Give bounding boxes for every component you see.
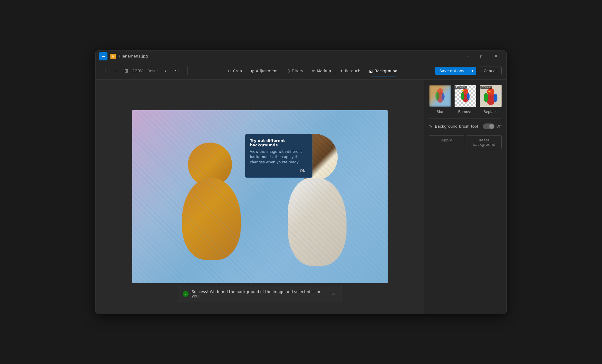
background-icon: ⬕ [369,69,373,73]
background-label: Background [375,69,398,73]
svg-point-12 [484,93,488,102]
tool-adjustment[interactable]: ◐ Adjustment [247,67,282,75]
app-icon: 🖼 [110,54,116,59]
success-icon: ✓ [183,291,189,297]
svg-point-13 [493,94,497,102]
toggle-label: Off [496,124,502,128]
toolbar-actions: Save options ▾ Cancel [435,67,502,75]
poodle-body [182,178,241,260]
tool-background[interactable]: ⬕ Background [365,67,401,75]
toast-message: Success! We found the background of the … [192,289,327,298]
svg-point-7 [467,93,470,100]
blur-thumbnail [429,84,452,107]
replace-option[interactable]: Preview Replace [479,84,502,114]
back-button[interactable]: ← [99,52,107,60]
replace-thumbnail: Preview [479,84,502,107]
main-content: Try out different backgrounds View the i… [96,80,506,314]
success-toast: ✓ Success! We found the background of th… [178,286,342,302]
remove-thumbnail: Preview [454,84,477,107]
window-controls: ─ □ ✕ [461,52,503,61]
blur-option[interactable]: Blur [429,84,452,114]
toggle-track[interactable] [483,123,495,129]
crop-icon: ⊡ [228,69,231,73]
brush-section: ✎ Background brush tool Off Apply Reset … [424,119,506,154]
maximize-button[interactable]: □ [475,52,489,61]
app-window: ← 🖼 Filename01.jpg ─ □ ✕ + − [95,50,507,314]
brush-icon: ✎ [429,124,433,129]
retouch-icon: ✦ [340,69,343,73]
corgi-body [288,178,347,266]
reset-button[interactable]: Reset [145,67,160,74]
toggle-thumb [489,124,494,129]
remove-option[interactable]: Preview Remove [454,84,477,114]
toolbar: + − ⊞ 120% Reset ↩ ↪ ⊡ Crop ◐ [96,62,506,80]
close-button[interactable]: ✕ [489,52,503,61]
svg-point-6 [461,92,464,100]
right-panel: Blur Pre [424,80,506,314]
adjustment-label: Adjustment [256,69,278,73]
tool-crop[interactable]: ⊡ Crop [224,67,246,75]
brush-toggle[interactable]: Off [483,123,502,129]
parrot-blur-svg [434,87,446,105]
remove-preview-badge: Preview [455,86,467,89]
blur-label: Blur [436,110,443,114]
save-options-button[interactable]: Save options ▾ [435,67,476,75]
retouch-label: Retouch [345,69,360,73]
remove-label: Remove [458,110,472,114]
svg-point-11 [487,88,494,95]
markup-label: Markup [317,69,331,73]
save-options-label: Save options [435,67,468,75]
cancel-button[interactable]: Cancel [479,67,502,75]
parrot-remove-svg [460,87,471,104]
svg-rect-14 [488,90,491,92]
tooltip-body: View the image with different background… [250,149,307,165]
window-title: Filename01.jpg [119,54,148,58]
poodle-dog [170,137,253,260]
image-area: Try out different backgrounds View the i… [96,80,424,314]
apply-button[interactable]: Apply [429,135,464,149]
background-tooltip: Try out different backgrounds View the i… [245,134,312,178]
zoom-out-button[interactable]: − [111,66,120,75]
titlebar: ← 🖼 Filename01.jpg ─ □ ✕ [96,50,506,62]
titlebar-left: ← 🖼 Filename01.jpg [99,52,148,60]
svg-point-3 [442,93,445,100]
toolbar-divider [187,67,188,75]
replace-preview-badge: Preview [480,86,492,89]
zoom-fit-button[interactable]: ⊞ [122,66,131,75]
tool-buttons: ⊡ Crop ◐ Adjustment ⬡ Filters ✏ Markup ✦… [191,67,434,75]
zoom-in-button[interactable]: + [100,66,110,75]
crop-label: Crop [233,69,242,73]
brush-tool-row: ✎ Background brush tool Off [429,123,502,129]
svg-point-2 [435,92,439,100]
tool-filters[interactable]: ⬡ Filters [282,67,307,75]
filters-label: Filters [292,69,303,73]
replace-label: Replace [484,110,497,114]
zoom-level: 120% [132,69,144,73]
thumbnail-options: Blur Pre [424,80,506,118]
brush-tool-label: Background brush tool [435,124,481,128]
toast-close-button[interactable]: ✕ [330,291,337,297]
reset-background-button[interactable]: Reset background [467,135,502,149]
zoom-controls: + − ⊞ 120% Reset ↩ ↪ [100,66,181,75]
save-options-arrow-icon: ▾ [468,67,476,75]
tooltip-ok-button[interactable]: Ok [297,168,307,173]
minimize-button[interactable]: ─ [461,52,475,61]
redo-button[interactable]: ↪ [172,66,181,75]
adjustment-icon: ◐ [251,69,254,73]
filters-icon: ⬡ [287,69,290,73]
svg-rect-8 [462,90,464,91]
tool-markup[interactable]: ✏ Markup [308,67,335,75]
tooltip-title: Try out different backgrounds [250,138,307,147]
markup-icon: ✏ [312,69,315,73]
undo-button[interactable]: ↩ [162,66,171,75]
panel-action-buttons: Apply Reset background [429,135,502,149]
tool-retouch[interactable]: ✦ Retouch [336,67,364,75]
